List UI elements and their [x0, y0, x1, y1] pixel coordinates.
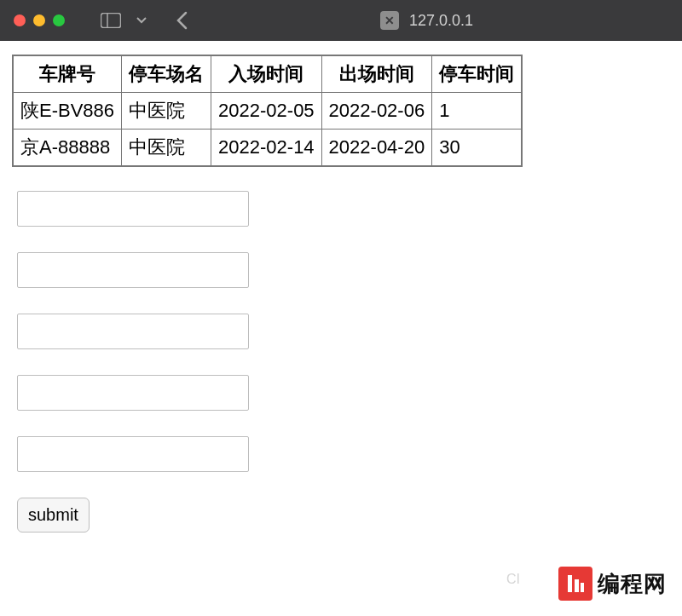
form-input-5[interactable] [17, 436, 249, 472]
form-input-2[interactable] [17, 252, 249, 288]
col-lot: 停车场名 [122, 55, 211, 93]
browser-titlebar: ✕ 127.0.0.1 [0, 0, 682, 41]
chevron-down-icon[interactable] [130, 17, 153, 24]
svg-rect-0 [101, 14, 121, 28]
cell-entry: 2022-02-05 [211, 93, 322, 130]
table-row: 京A-88888 中医院 2022-02-14 2022-04-20 30 [13, 130, 522, 167]
submit-button[interactable]: submit [17, 498, 90, 533]
traffic-lights [14, 14, 65, 26]
cell-duration: 1 [432, 93, 523, 130]
parking-form: submit [12, 167, 670, 533]
site-watermark: 编程网 [558, 567, 667, 601]
parking-table: 车牌号 停车场名 入场时间 出场时间 停车时间 陕E-BV886 中医院 202… [12, 55, 523, 167]
page-content: 车牌号 停车场名 入场时间 出场时间 停车时间 陕E-BV886 中医院 202… [0, 41, 682, 546]
maximize-window-icon[interactable] [53, 14, 65, 26]
cell-exit: 2022-02-06 [321, 93, 432, 130]
url-text: 127.0.0.1 [409, 12, 473, 30]
stop-reload-icon[interactable]: ✕ [380, 11, 399, 30]
sidebar-toggle-icon[interactable] [99, 11, 123, 30]
back-button-icon[interactable] [160, 11, 203, 30]
svg-rect-3 [575, 579, 579, 592]
col-plate: 车牌号 [13, 55, 122, 93]
col-entry: 入场时间 [211, 55, 322, 93]
cell-plate: 京A-88888 [13, 130, 122, 167]
cell-plate: 陕E-BV886 [13, 93, 122, 130]
close-window-icon[interactable] [14, 14, 26, 26]
form-input-4[interactable] [17, 375, 249, 411]
cell-lot: 中医院 [122, 93, 211, 130]
svg-rect-2 [568, 575, 572, 592]
url-bar[interactable]: ✕ 127.0.0.1 [380, 11, 473, 30]
watermark-logo-icon [558, 567, 592, 601]
col-exit: 出场时间 [321, 55, 432, 93]
svg-rect-4 [581, 583, 584, 592]
cell-exit: 2022-04-20 [321, 130, 432, 167]
cell-entry: 2022-02-14 [211, 130, 322, 167]
minimize-window-icon[interactable] [33, 14, 45, 26]
cell-duration: 30 [432, 130, 523, 167]
reader-mode-hint: CI [506, 572, 520, 587]
form-input-1[interactable] [17, 191, 249, 227]
table-row: 陕E-BV886 中医院 2022-02-05 2022-02-06 1 [13, 93, 522, 130]
col-duration: 停车时间 [432, 55, 523, 93]
cell-lot: 中医院 [122, 130, 211, 167]
form-input-3[interactable] [17, 314, 249, 349]
table-header-row: 车牌号 停车场名 入场时间 出场时间 停车时间 [13, 55, 522, 93]
watermark-text: 编程网 [598, 569, 667, 599]
